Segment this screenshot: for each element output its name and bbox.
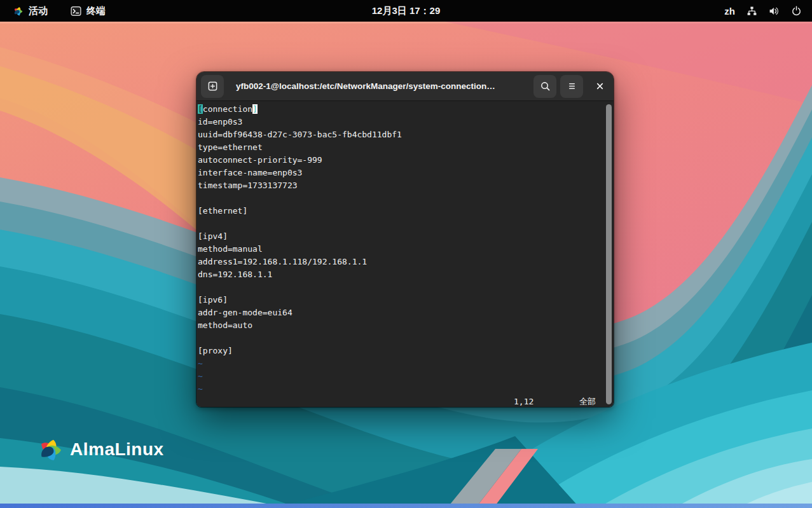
vim-status-line: "enp0s3.nmconnection" 20L, 282B 1,12 全部 xyxy=(198,395,614,407)
vim-line: address1=192.168.1.118/192.168.1.1 xyxy=(198,256,614,268)
clock-area: 12月3日 17：29 xyxy=(0,5,812,17)
vim-ruler: 1,12 xyxy=(514,395,533,407)
vim-line: interface-name=enp0s3 xyxy=(198,167,614,179)
terminal-titlebar[interactable]: yfb002-1@localhost:/etc/NetworkManager/s… xyxy=(196,72,614,101)
vim-line xyxy=(198,332,614,345)
vim-matching-bracket: [ xyxy=(198,104,203,114)
vim-buffer: [connection]id=enp0s3uuid=dbf96438-d27c-… xyxy=(198,103,614,395)
vim-cursor: ] xyxy=(252,104,258,114)
vim-line: [ipv6] xyxy=(198,294,614,306)
activities-button[interactable]: 活动 xyxy=(13,5,48,17)
terminal-window: yfb002-1@localhost:/etc/NetworkManager/s… xyxy=(196,72,614,407)
vim-line: method=auto xyxy=(198,319,614,332)
clock-label[interactable]: 12月3日 17：29 xyxy=(372,5,441,16)
almalinux-logo-icon xyxy=(37,436,64,463)
vim-line: dns=192.168.1.1 xyxy=(198,268,614,281)
menu-button[interactable] xyxy=(560,75,583,98)
vim-line: autoconnect-priority=-999 xyxy=(198,154,614,167)
keyboard-layout-indicator[interactable]: zh xyxy=(724,6,735,17)
new-tab-button[interactable] xyxy=(201,75,224,98)
power-icon[interactable] xyxy=(791,6,802,17)
almalinux-branding: AlmaLinux xyxy=(37,436,164,463)
hamburger-menu-icon xyxy=(567,81,577,92)
vim-line xyxy=(198,281,614,294)
activities-label: 活动 xyxy=(29,5,48,17)
vim-line: [connection] xyxy=(198,103,614,116)
vim-line: addr-gen-mode=eui64 xyxy=(198,306,614,319)
vim-line xyxy=(198,217,614,230)
vim-line: method=manual xyxy=(198,243,614,256)
vim-line: [ethernet] xyxy=(198,205,614,217)
network-wired-icon[interactable] xyxy=(747,6,757,17)
vim-scroll-position: 全部 xyxy=(579,395,596,407)
vim-line: id=enp0s3 xyxy=(198,116,614,128)
app-menu-terminal[interactable]: 终端 xyxy=(71,5,106,17)
search-icon xyxy=(540,81,551,92)
vim-empty-line: ~ xyxy=(198,370,614,383)
terminal-app-icon xyxy=(71,6,81,17)
new-tab-icon xyxy=(207,81,218,92)
vim-line: timestamp=1733137723 xyxy=(198,179,614,192)
vim-empty-line: ~ xyxy=(198,383,614,395)
distro-logo-icon xyxy=(13,6,24,17)
terminal-screen[interactable]: [connection]id=enp0s3uuid=dbf96438-d27c-… xyxy=(196,101,614,407)
search-button[interactable] xyxy=(533,75,556,98)
close-button[interactable] xyxy=(589,75,610,98)
volume-icon[interactable] xyxy=(769,6,780,17)
vim-line: type=ethernet xyxy=(198,141,614,154)
vim-line: [ipv4] xyxy=(198,230,614,243)
vim-line: uuid=dbf96438-d27c-3073-bac5-fb4cbd11dbf… xyxy=(198,128,614,141)
terminal-scrollbar[interactable] xyxy=(606,104,612,404)
gnome-top-bar: 活动 终端 12月3日 17：29 zh xyxy=(0,0,812,22)
app-menu-label: 终端 xyxy=(86,5,106,17)
window-title: yfb002-1@localhost:/etc/NetworkManager/s… xyxy=(224,81,533,91)
system-status-area[interactable]: zh xyxy=(724,6,812,17)
vim-line xyxy=(198,192,614,205)
close-icon xyxy=(595,81,605,92)
vim-empty-line: ~ xyxy=(198,357,614,370)
brand-text: AlmaLinux xyxy=(70,439,164,460)
vim-line: [proxy] xyxy=(198,345,614,357)
